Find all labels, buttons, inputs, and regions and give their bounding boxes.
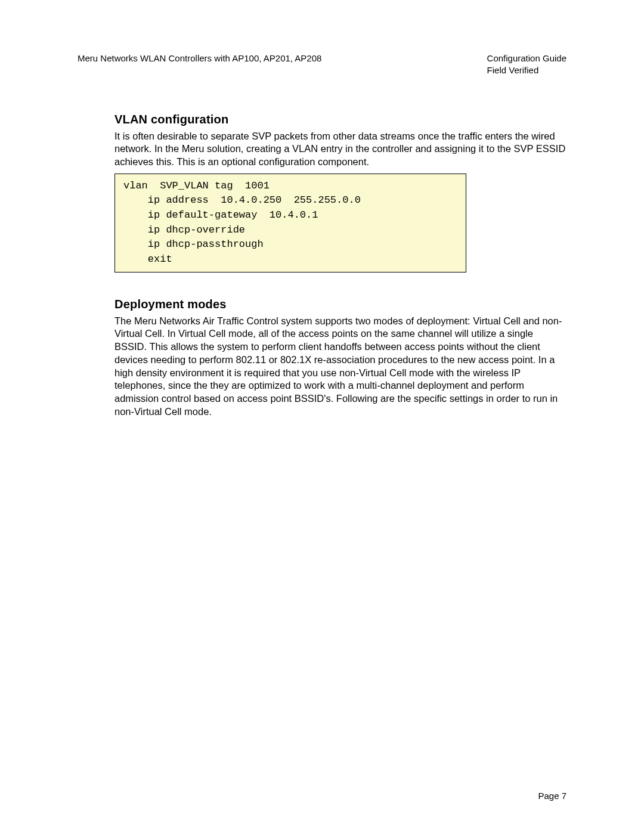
section-body-vlan: It is often desirable to separate SVP pa… [114, 130, 566, 169]
code-block-vlan: vlan SVP_VLAN tag 1001 ip address 10.4.0… [114, 174, 466, 272]
section-body-deployment: The Meru Networks Air Traffic Control sy… [114, 315, 566, 419]
section-title-deployment: Deployment modes [114, 298, 566, 311]
header-verified-label: Field Verified [487, 64, 566, 76]
document-page: Meru Networks WLAN Controllers with AP10… [0, 0, 644, 833]
header-left-title: Meru Networks WLAN Controllers with AP10… [78, 52, 487, 64]
section-spacer [114, 272, 566, 298]
header-guide-label: Configuration Guide [487, 52, 566, 64]
page-number: Page 7 [538, 791, 566, 801]
header-right-block: Configuration Guide Field Verified [487, 52, 566, 77]
page-content: VLAN configuration It is often desirable… [78, 113, 566, 419]
page-header: Meru Networks WLAN Controllers with AP10… [78, 52, 566, 77]
section-title-vlan: VLAN configuration [114, 113, 566, 126]
